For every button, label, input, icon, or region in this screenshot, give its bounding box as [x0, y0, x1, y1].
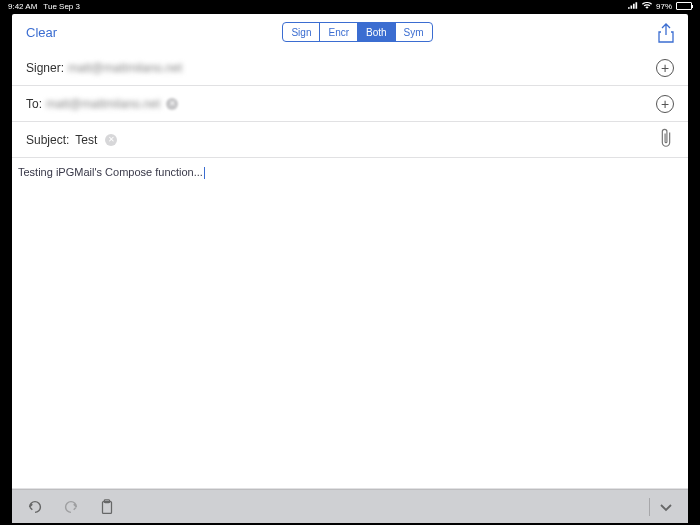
attachment-icon[interactable] [658, 127, 674, 152]
subject-row: Subject: Test ✕ [12, 122, 688, 158]
crypto-mode-segmented-control[interactable]: Sign Encr Both Sym [282, 22, 432, 42]
to-row: To: matt@mattmilano.net ✕ + [12, 86, 688, 122]
segment-both[interactable]: Both [358, 23, 396, 41]
dismiss-keyboard-button[interactable] [649, 498, 674, 516]
signer-value[interactable]: matt@mattmilano.net [68, 61, 656, 75]
signer-label: Signer: [26, 61, 64, 75]
battery-icon [676, 2, 692, 10]
subject-label: Subject: [26, 133, 69, 147]
status-time: 9:42 AM [8, 2, 37, 11]
text-cursor [204, 167, 205, 179]
segment-sign[interactable]: Sign [283, 23, 320, 41]
clipboard-icon[interactable] [98, 498, 116, 516]
clear-subject-icon[interactable]: ✕ [105, 134, 117, 146]
signal-icon [628, 2, 638, 11]
top-bar: Clear Sign Encr Both Sym [12, 14, 688, 50]
battery-pct: 97% [656, 2, 672, 11]
keyboard-toolbar [12, 489, 688, 523]
message-body[interactable]: Testing iPGMail's Compose function... [12, 158, 688, 489]
status-right: 97% [628, 2, 692, 11]
add-recipient-icon[interactable]: + [656, 95, 674, 113]
keyboard-toolbar-left [26, 498, 116, 516]
add-signer-icon[interactable]: + [656, 59, 674, 77]
status-left: 9:42 AM Tue Sep 3 [8, 2, 80, 11]
share-icon[interactable] [658, 23, 674, 41]
svg-rect-0 [103, 501, 112, 513]
undo-icon[interactable] [26, 498, 44, 516]
segment-encr[interactable]: Encr [320, 23, 358, 41]
device-frame: 9:42 AM Tue Sep 3 97% Clear Sign Encr Bo… [0, 0, 700, 525]
subject-value[interactable]: Test [75, 133, 97, 147]
compose-window: Clear Sign Encr Both Sym Signer: matt@ma… [12, 14, 688, 523]
status-bar: 9:42 AM Tue Sep 3 97% [0, 0, 700, 12]
status-date: Tue Sep 3 [43, 2, 80, 11]
clear-button[interactable]: Clear [26, 25, 57, 40]
to-value: matt@mattmilano.net [46, 97, 160, 111]
wifi-icon [642, 2, 652, 11]
to-chip[interactable]: matt@mattmilano.net ✕ [46, 97, 178, 111]
body-text: Testing iPGMail's Compose function... [18, 166, 203, 178]
segment-sym[interactable]: Sym [396, 23, 432, 41]
remove-recipient-icon[interactable]: ✕ [166, 98, 178, 110]
redo-icon[interactable] [62, 498, 80, 516]
signer-row: Signer: matt@mattmilano.net + [12, 50, 688, 86]
separator [649, 498, 650, 516]
to-label: To: [26, 97, 42, 111]
